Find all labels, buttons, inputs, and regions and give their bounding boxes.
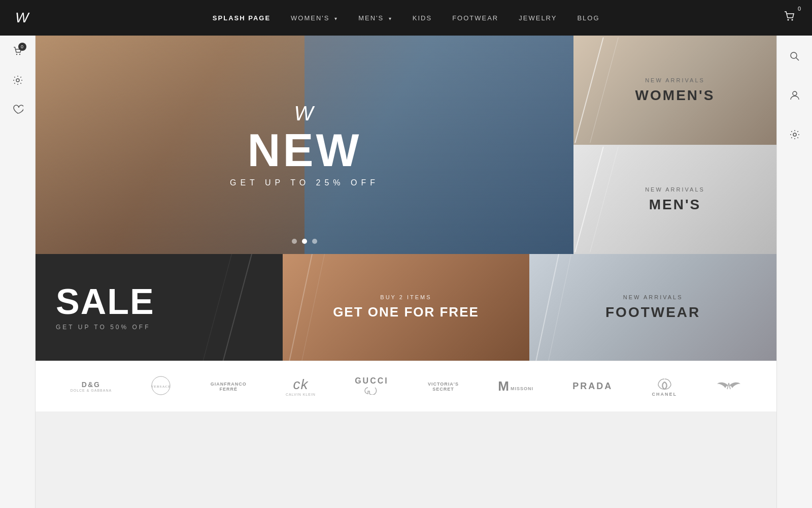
- hero-dot-1[interactable]: [292, 239, 297, 244]
- nav-footwear[interactable]: FOOTWEAR: [452, 14, 498, 22]
- svg-point-5: [791, 52, 797, 58]
- womens-content: NEW ARRIVALS WOMEN'S: [635, 77, 715, 104]
- chevron-down-icon: ▾: [334, 16, 338, 21]
- sale-diagonal2: [176, 254, 232, 361]
- user-icon[interactable]: [789, 90, 800, 104]
- cart-svg: [783, 10, 797, 24]
- svg-point-3: [19, 54, 20, 55]
- brand-missoni-text: M MISSONI: [498, 378, 533, 394]
- nav-kids[interactable]: KIDS: [413, 14, 432, 22]
- nav-links-container: SPLASH PAGE WOMEN'S ▾ MEN'S ▾ KIDS FOOTW…: [29, 14, 783, 22]
- svg-point-6: [793, 91, 797, 96]
- cart-icon[interactable]: 0: [783, 10, 797, 26]
- free-content: BUY 2 ITEMS GET ONE FOR FREE: [333, 294, 479, 320]
- chevron-down-icon: ▾: [389, 16, 392, 21]
- sale-diagonal: [196, 254, 252, 361]
- brands-row: D&G DOLCE & GABBANA VERSACE GIANFRANCO F…: [36, 361, 776, 411]
- mens-title: MEN'S: [645, 197, 705, 213]
- brand-calvin-klein[interactable]: ck Calvin Klein: [286, 376, 316, 396]
- nav-splash-page[interactable]: SPLASH PAGE: [213, 14, 270, 22]
- brand-dg-sub: DOLCE & GABBANA: [71, 389, 112, 392]
- cart-badge: 0: [798, 6, 801, 12]
- mens-content: NEW ARRIVALS MEN'S: [645, 186, 705, 213]
- sale-title: SALE: [56, 284, 155, 320]
- brand-w[interactable]: [716, 379, 741, 394]
- brand-vs-text: VICTORIA'S SECRET: [428, 382, 459, 392]
- right-sidebar: [776, 36, 812, 508]
- search-icon[interactable]: [789, 51, 800, 65]
- brand-dg-text: D&G: [82, 380, 100, 389]
- sidebar-cart-icon[interactable]: 0: [12, 46, 23, 59]
- gucci-logo-svg: [364, 387, 379, 395]
- main-content: W NEW GET UP TO 25% OFF NEW ARRIVALS WOM…: [36, 36, 776, 508]
- womens-title: WOMEN'S: [635, 87, 715, 104]
- brand-gianfranco-ferre[interactable]: GIANFRANCO FERRÉ: [211, 382, 247, 392]
- mens-panel[interactable]: NEW ARRIVALS MEN'S: [573, 145, 776, 254]
- brand-gucci[interactable]: GUCCI: [355, 376, 389, 397]
- hero-dot-2[interactable]: [302, 239, 307, 244]
- brand-chanel-text: CHANEL: [652, 392, 677, 397]
- sidebar-cart-badge: 0: [18, 43, 26, 51]
- brand-ck-sub: Calvin Klein: [286, 393, 316, 396]
- w-wings-svg: [716, 379, 741, 394]
- gear-icon[interactable]: [789, 129, 800, 143]
- sidebar-settings-icon[interactable]: [12, 75, 23, 88]
- brand-gucci-text: GUCCI: [355, 376, 389, 386]
- brand-victorias-secret[interactable]: VICTORIA'S SECRET: [428, 382, 459, 392]
- hero-title: NEW: [230, 128, 379, 173]
- hero-content: W NEW GET UP TO 25% OFF: [230, 102, 379, 187]
- brand-ferre-text: GIANFRANCO FERRÉ: [211, 382, 247, 392]
- womens-new-arrivals: NEW ARRIVALS: [635, 77, 715, 83]
- brand-versace-text: VERSACE: [151, 375, 171, 397]
- brand-gucci-logo: [364, 387, 379, 397]
- brand-chanel[interactable]: CHANEL: [652, 376, 677, 397]
- brand-prada[interactable]: PRADA: [572, 381, 613, 392]
- brand-versace[interactable]: VERSACE: [151, 375, 171, 397]
- sidebar-wishlist-icon[interactable]: [12, 104, 23, 117]
- hero-grid: W NEW GET UP TO 25% OFF NEW ARRIVALS WOM…: [36, 36, 776, 254]
- footwear-content: NEW ARRIVALS FOOTWEAR: [605, 294, 700, 321]
- top-navigation: W SPLASH PAGE WOMEN'S ▾ MEN'S ▾ KIDS FOO…: [0, 0, 812, 36]
- site-logo[interactable]: W: [15, 10, 29, 26]
- sale-subtitle: GET UP TO 50% OFF: [56, 324, 150, 331]
- svg-point-4: [16, 79, 19, 82]
- chanel-logo-svg: [653, 376, 676, 392]
- sale-panel[interactable]: SALE GET UP TO 50% OFF: [36, 254, 283, 361]
- svg-point-0: [788, 19, 789, 21]
- left-sidebar: 0: [0, 36, 36, 508]
- footwear-panel[interactable]: NEW ARRIVALS FOOTWEAR: [529, 254, 776, 361]
- hero-dots: [292, 239, 317, 244]
- free-panel[interactable]: BUY 2 ITEMS GET ONE FOR FREE: [283, 254, 530, 361]
- nav-blog[interactable]: BLOG: [577, 14, 599, 22]
- nav-mens[interactable]: MEN'S ▾: [358, 14, 392, 22]
- free-label: BUY 2 ITEMS: [333, 294, 479, 300]
- nav-jewelry[interactable]: JEWELRY: [519, 14, 557, 22]
- hero-dot-3[interactable]: [312, 239, 317, 244]
- footwear-new-arrivals: NEW ARRIVALS: [605, 294, 700, 300]
- mens-new-arrivals: NEW ARRIVALS: [645, 186, 705, 193]
- free-title: GET ONE FOR FREE: [333, 304, 479, 320]
- brand-prada-text: PRADA: [572, 381, 613, 392]
- svg-point-1: [792, 19, 793, 21]
- nav-womens[interactable]: WOMEN'S ▾: [291, 14, 338, 22]
- brand-missoni[interactable]: M MISSONI: [498, 378, 533, 394]
- footwear-title: FOOTWEAR: [605, 304, 700, 321]
- hero-banner[interactable]: W NEW GET UP TO 25% OFF: [36, 36, 573, 254]
- versace-logo-svg: VERSACE: [151, 375, 171, 396]
- svg-point-7: [793, 133, 796, 136]
- hero-logo: W: [230, 102, 379, 125]
- womens-panel[interactable]: NEW ARRIVALS WOMEN'S: [573, 36, 776, 145]
- brand-ck-text: ck: [293, 376, 308, 393]
- svg-point-2: [16, 54, 17, 55]
- hero-subtitle: GET UP TO 25% OFF: [230, 178, 379, 187]
- svg-text:VERSACE: VERSACE: [151, 385, 171, 389]
- bottom-row: SALE GET UP TO 50% OFF BUY 2 ITEMS GET O…: [36, 254, 776, 361]
- right-panels: NEW ARRIVALS WOMEN'S NEW ARRIVALS MEN'S: [573, 36, 776, 254]
- brand-dolce-gabbana[interactable]: D&G DOLCE & GABBANA: [71, 380, 112, 392]
